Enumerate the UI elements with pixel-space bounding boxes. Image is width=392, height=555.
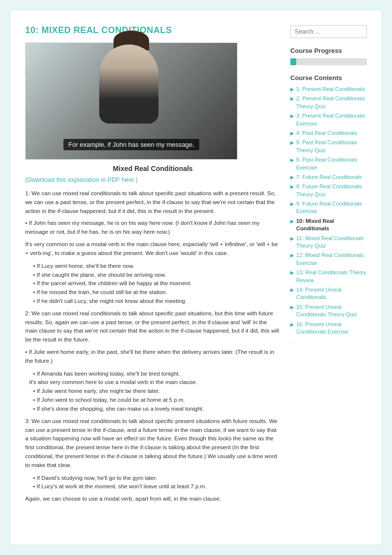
sidebar-item-9[interactable]: ▶9: Future Real Conditionals Exercise — [290, 200, 367, 215]
nav-arrow-icon: ▶ — [290, 287, 294, 293]
content-section-2: 2: We can use mixed real conditionals to… — [25, 309, 280, 366]
course-nav: ▶1: Present Real Conditionals▶2: Present… — [290, 85, 367, 346]
example-1: • If John has seen my message, he is on … — [25, 219, 280, 237]
nav-arrow-icon: ▶ — [290, 270, 294, 275]
nav-item-label: 9: Future Real Conditionals Exercise — [296, 200, 367, 215]
list-item: If Julie went home early, she might be t… — [29, 387, 280, 396]
video-caption: For example, if John has seen my message… — [63, 139, 199, 150]
list-item: If she caught the plane, she should be a… — [29, 271, 280, 280]
sidebar-item-3[interactable]: ▶3: Present Real Conditionals Exercise — [290, 112, 367, 128]
nav-item-label: 6: Past Real Conditionals Exercise — [296, 156, 367, 171]
nav-item-label: 1: Present Real Conditionals — [296, 85, 365, 93]
list-item: If John went to school today, he could b… — [29, 396, 280, 405]
list-item: If Amanda has been working today, she'll… — [29, 370, 280, 379]
nav-item-label: 14: Present Unreal Conditionals — [296, 286, 367, 301]
video-placeholder: For example, if John has seen my message… — [26, 43, 237, 159]
progress-bar-fill — [290, 58, 296, 65]
list-item: If he missed the train, he could still b… — [29, 288, 280, 297]
nav-item-label: 3: Present Real Conditionals Exercise — [296, 112, 367, 128]
progress-bar-container — [290, 58, 367, 65]
video-subtitle: Mixed Real Conditionals — [25, 165, 280, 172]
paragraph-2: 2: We can use mixed real conditionals to… — [25, 309, 280, 344]
sidebar-item-7[interactable]: ▶7: Future Real Conditionals — [290, 173, 367, 181]
list-item: If he didn't call Lucy, she might not kn… — [29, 297, 280, 306]
sidebar-item-1[interactable]: ▶1: Present Real Conditionals — [290, 85, 367, 93]
nav-arrow-icon: ▶ — [290, 253, 294, 258]
nav-item-label: 4: Past Real Conditionals — [296, 129, 357, 137]
nav-arrow-icon: ▶ — [290, 304, 294, 310]
nav-item-label: 5: Past Real Conditionals Theory Quiz — [296, 139, 367, 154]
paragraph-1: 1: We can use mixed real conditionals to… — [25, 189, 280, 215]
sidebar-item-8[interactable]: ▶8: Future Real Conditionals Theory Quiz — [290, 183, 367, 198]
nav-arrow-icon: ▶ — [290, 184, 294, 189]
paragraph-4: Again, we can choose to use a modal verb… — [25, 495, 280, 504]
nav-arrow-icon: ▶ — [290, 140, 294, 145]
page-wrapper: 10: MIXED REAL CONDITIONALS For example,… — [10, 10, 382, 545]
sidebar-item-6[interactable]: ▶6: Past Real Conditionals Exercise — [290, 156, 367, 171]
sidebar-item-11[interactable]: ▶11: Mixed Real Conditionals Theory Quiz — [290, 235, 367, 250]
list-item: If she's done the shopping, she can make… — [29, 405, 280, 414]
bullet-list-3: If David's studying now, he'll go to the… — [29, 474, 280, 492]
nav-arrow-icon: ▶ — [290, 157, 294, 163]
paragraph-3: 3: We can use mixed real conditionals to… — [25, 417, 280, 470]
sidebar-item-10[interactable]: ▶10: Mixed Real Conditionals — [290, 217, 367, 233]
list-item: If Lucy went home, she'll be there now. — [29, 262, 280, 271]
bullet-list-2: If Amanda has been working today, she'll… — [29, 370, 280, 414]
nav-item-label: 8: Future Real Conditionals Theory Quiz — [296, 183, 367, 198]
nav-arrow-icon: ▶ — [290, 174, 294, 180]
page-title: 10: MIXED REAL CONDITIONALS — [25, 25, 280, 36]
course-progress-label: Course Progress — [290, 47, 367, 54]
nav-item-label: 2: Present Real Conditionals Theory Quiz — [296, 95, 367, 110]
list-item: If Lucy's at work at the moment, she won… — [29, 482, 280, 491]
bullet-list-1: If Lucy went home, she'll be there now.I… — [29, 262, 280, 306]
example-2: • If Julie went home early, in the past,… — [25, 348, 280, 366]
nav-arrow-icon: ▶ — [290, 218, 294, 224]
nav-item-label: 13: Real Conditionals Theory Review — [296, 269, 367, 284]
nav-item-label: 12: Mixed Real Conditionals Exercise — [296, 252, 367, 267]
sidebar-item-12[interactable]: ▶12: Mixed Real Conditionals Exercise — [290, 252, 367, 267]
nav-item-label: 10: Mixed Real Conditionals — [296, 217, 367, 233]
nav-arrow-icon: ▶ — [290, 86, 294, 92]
sidebar-item-16[interactable]: ▶16: Present Unreal Conditionals Exercis… — [290, 321, 367, 336]
nav-arrow-icon: ▶ — [290, 236, 294, 241]
video-person — [26, 43, 237, 144]
nav-arrow-icon: ▶ — [290, 113, 294, 119]
paragraph-modal: It's very common to use a modal verb in … — [25, 240, 280, 258]
course-contents-label: Course Contents — [290, 74, 367, 82]
list-item: If the parcel arrived, the children will… — [29, 279, 280, 288]
sidebar-item-2[interactable]: ▶2: Present Real Conditionals Theory Qui… — [290, 95, 367, 110]
content-section-1: 1: We can use mixed real conditionals to… — [25, 189, 280, 258]
sidebar-item-4[interactable]: ▶4: Past Real Conditionals — [290, 129, 367, 137]
sidebar-item-15[interactable]: ▶15: Present Unreal Conditionals Theory … — [290, 303, 367, 319]
dot-marker: · — [292, 340, 294, 345]
nav-arrow-icon: ▶ — [290, 96, 294, 101]
nav-arrow-icon: ▶ — [290, 322, 294, 327]
nav-item-label: 11: Mixed Real Conditionals Theory Quiz — [296, 235, 367, 250]
nav-arrow-icon: ▶ — [290, 201, 294, 207]
sidebar-item-5[interactable]: ▶5: Past Real Conditionals Theory Quiz — [290, 139, 367, 154]
content-section-4: Again, we can choose to use a modal verb… — [25, 495, 280, 504]
video-container[interactable]: For example, if John has seen my message… — [25, 43, 237, 160]
sidebar: Course Progress Course Contents ▶1: Pres… — [290, 25, 367, 530]
nav-item-label: 16: Present Unreal Conditionals Exercise — [296, 321, 367, 336]
sidebar-item-14[interactable]: ▶14: Present Unreal Conditionals — [290, 286, 367, 301]
nav-item-label: 7: Future Real Conditionals — [296, 173, 362, 181]
person-silhouette — [99, 44, 158, 124]
list-item: If David's studying now, he'll go to the… — [29, 474, 280, 483]
sidebar-item-13[interactable]: ▶13: Real Conditionals Theory Review — [290, 269, 367, 284]
nav-arrow-icon: ▶ — [290, 130, 294, 136]
content-section-3: 3: We can use mixed real conditionals to… — [25, 417, 280, 470]
main-content: 10: MIXED REAL CONDITIONALS For example,… — [25, 25, 280, 530]
download-link[interactable]: (Download this explanation in PDF here.) — [25, 176, 280, 183]
search-input[interactable] — [290, 25, 367, 38]
nav-item-label: 15: Present Unreal Conditionals Theory Q… — [296, 303, 367, 319]
list-item: It's also very common here to use a moda… — [29, 378, 280, 387]
